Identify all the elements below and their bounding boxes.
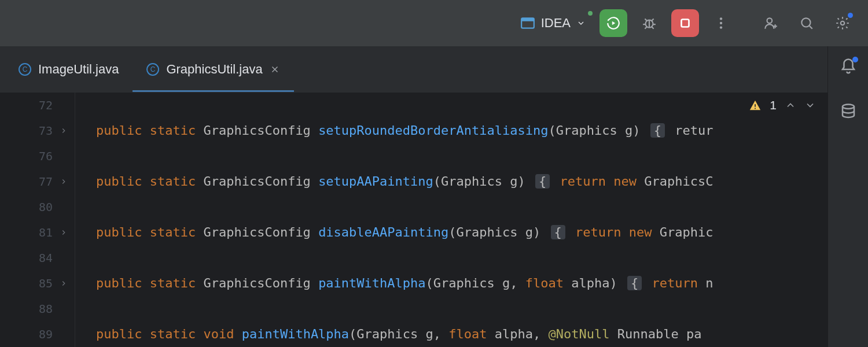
token-method: disableAAPainting — [318, 225, 448, 239]
token-fold-brace: { — [627, 276, 642, 290]
editor-tab-bar: C ImageUtil.java C GraphicsUtil.java — [0, 46, 868, 93]
fold-toggle[interactable] — [58, 176, 69, 187]
token-kw: public — [96, 276, 150, 290]
svg-point-8 — [767, 18, 773, 23]
chevron-up-icon[interactable] — [785, 99, 796, 111]
line-number: 73 — [30, 118, 53, 143]
fold-toggle[interactable] — [58, 227, 69, 238]
code-content[interactable]: public static GraphicsConfig paintWithAl… — [75, 271, 827, 296]
warning-count: 1 — [770, 98, 777, 112]
code-line[interactable]: 81public static GraphicsConfig disableAA… — [0, 220, 827, 245]
line-number: 81 — [30, 220, 53, 245]
more-actions-button[interactable] — [707, 9, 735, 37]
inspections-widget[interactable]: 1 — [749, 98, 816, 112]
svg-rect-24 — [755, 104, 756, 107]
token-type: GraphicsConfig — [203, 123, 318, 138]
token-kw: public — [96, 123, 150, 138]
token-after-fold — [552, 174, 560, 189]
debug-button[interactable] — [635, 9, 663, 37]
warning-icon — [749, 99, 762, 112]
code-line[interactable]: 80 — [0, 194, 827, 220]
chevron-right-icon — [60, 127, 68, 135]
stop-button[interactable] — [671, 9, 699, 37]
gutter[interactable]: 85 — [0, 271, 75, 296]
code-line[interactable]: 89public static void paintWithAlpha(Grap… — [0, 322, 827, 347]
gutter[interactable]: 73 — [0, 118, 75, 143]
line-number: 88 — [30, 296, 53, 322]
settings-button[interactable] — [829, 9, 856, 37]
token-type: Graphic — [660, 225, 713, 239]
token-paren: , — [510, 276, 525, 290]
svg-point-5 — [720, 17, 722, 20]
token-type: GraphicsConfig — [203, 276, 318, 290]
gutter[interactable]: 89 — [0, 322, 75, 347]
line-number: 77 — [30, 169, 53, 194]
gutter[interactable]: 76 — [0, 143, 75, 169]
token-kw: public — [96, 225, 150, 239]
line-number: 84 — [30, 245, 53, 271]
token-paren: ( — [448, 225, 456, 239]
gutter[interactable]: 72 — [0, 93, 75, 118]
gutter[interactable]: 80 — [0, 194, 75, 220]
run-config-selector[interactable]: IDEA — [514, 12, 591, 34]
fold-toggle — [58, 329, 69, 339]
search-everywhere-button[interactable] — [793, 9, 821, 37]
code-line[interactable]: 73public static GraphicsConfig setupRoun… — [0, 118, 827, 143]
token-type: Graphics — [356, 327, 425, 341]
code-content[interactable]: public static GraphicsConfig disableAAPa… — [75, 220, 827, 245]
code-line[interactable]: 76 — [0, 143, 827, 169]
token-paren: ) — [533, 225, 549, 239]
code-line[interactable]: 85public static GraphicsConfig paintWith… — [0, 271, 827, 296]
token-kw: new — [613, 174, 644, 189]
gutter[interactable]: 88 — [0, 296, 75, 322]
token-type: Graphics — [556, 123, 625, 138]
svg-point-23 — [843, 105, 854, 109]
token-paren: ( — [426, 276, 433, 290]
gutter[interactable]: 84 — [0, 245, 75, 271]
token-kw: new — [629, 225, 660, 239]
code-line[interactable]: 88 — [0, 296, 827, 322]
token-method: paintWithAlpha — [242, 327, 349, 341]
chevron-down-icon[interactable] — [804, 99, 816, 111]
token-paren: ) — [610, 276, 626, 290]
token-kw: return — [575, 225, 629, 239]
token-kw: return — [652, 276, 706, 290]
gutter[interactable]: 77 — [0, 169, 75, 194]
token-kw: static — [150, 123, 204, 138]
close-tab-icon[interactable] — [270, 64, 280, 75]
code-area[interactable]: 7273public static GraphicsConfig setupRo… — [0, 93, 827, 347]
token-kw: return — [560, 174, 614, 189]
tab-imageutil[interactable]: C ImageUtil.java — [5, 46, 133, 92]
notification-dot — [852, 57, 858, 62]
svg-point-6 — [720, 22, 722, 24]
gutter[interactable]: 81 — [0, 220, 75, 245]
database-tool-button[interactable] — [840, 103, 857, 123]
token-type: Runnable — [617, 327, 686, 341]
code-line[interactable]: 77public static GraphicsConfig setupAAPa… — [0, 169, 827, 194]
fold-toggle — [58, 304, 69, 314]
fold-toggle[interactable] — [58, 125, 69, 136]
code-line[interactable]: 84 — [0, 245, 827, 271]
tab-graphicsutil[interactable]: C GraphicsUtil.java — [133, 46, 293, 92]
token-type: Graphics — [433, 276, 502, 290]
token-paren: ) — [518, 174, 534, 189]
chevron-right-icon — [60, 279, 68, 287]
code-content[interactable]: public static GraphicsConfig setupAAPain… — [75, 169, 827, 194]
token-param-name: g — [525, 225, 533, 239]
run-config-label: IDEA — [541, 16, 571, 31]
code-with-me-button[interactable] — [757, 9, 785, 37]
gear-icon — [835, 16, 850, 31]
code-content[interactable]: public static GraphicsConfig setupRounde… — [75, 118, 827, 143]
fold-toggle[interactable] — [58, 278, 69, 289]
token-type: GraphicsConfig — [203, 225, 318, 239]
svg-rect-1 — [521, 18, 534, 21]
code-line[interactable]: 72 — [0, 93, 827, 118]
editor[interactable]: 1 7273public static GraphicsConfig setup… — [0, 93, 827, 347]
fold-toggle — [58, 202, 69, 212]
token-kw: public — [96, 174, 150, 189]
run-button[interactable] — [599, 9, 627, 37]
code-content[interactable]: public static void paintWithAlpha(Graphi… — [75, 322, 827, 347]
token-param-name: pa — [686, 327, 702, 341]
notifications-button[interactable] — [840, 58, 857, 77]
search-icon — [799, 16, 814, 31]
